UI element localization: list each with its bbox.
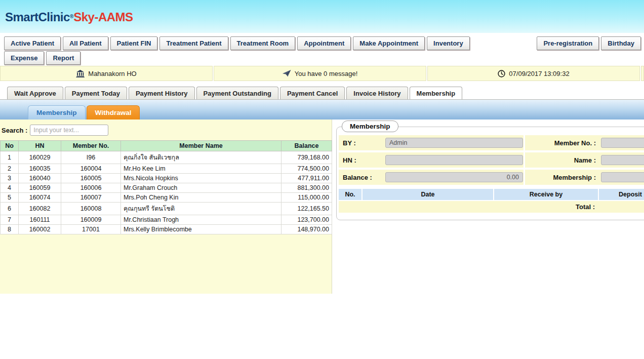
hn-field[interactable] [385,155,523,165]
cell-no: 5 [1,193,19,203]
col-header-no: No [1,141,19,151]
cell-balance: 774,500.00 [281,164,332,174]
members-table: No HN Member No. Member Name Balance 1 1… [0,140,332,234]
info-bar: Mahanakorn HO You have 0 message! 07/09/… [0,66,644,81]
membership-detail-panel: Membership BY : Member No. : HN : Name : [332,119,644,294]
members-table-header-row: No HN Member No. Member Name Balance [1,141,332,151]
bank-building-icon [76,70,85,77]
tab-payment-cancel[interactable]: Payment Cancel [280,87,345,99]
member-no-label: Member No. : [525,139,601,147]
name-field[interactable] [601,155,644,165]
deposit-col-receive-by: Receive by [494,189,598,200]
nav-tab-inventory[interactable]: Inventory [427,36,470,50]
search-input[interactable] [30,125,108,136]
col-header-balance: Balance [281,141,332,151]
cell-balance: 115,000.00 [281,193,332,203]
nav-tab-all-patient[interactable]: All Patient [63,36,108,50]
cell-member-no: 160004 [61,164,121,174]
name-label: Name : [525,156,601,164]
cell-no: 4 [1,183,19,193]
nav-spacer [472,36,535,50]
member-row[interactable]: 2 160035 160004 Mr.Ho Kee Lim 774,500.00 [1,164,332,174]
form-row-balance: Balance : Membership : [339,170,644,185]
membership-field[interactable] [601,172,644,182]
nav-row-2: Expense Report [4,51,641,65]
tab-membership[interactable]: Membership [410,87,463,99]
search-label: Search : [2,127,27,134]
cell-name: Mrs.Poh Cheng Kin [121,193,281,203]
membership-label: Membership : [525,174,601,181]
member-row[interactable]: 8 160002 17001 Mrs.Kelly Brimblecombe 14… [1,225,332,234]
nav-tab-birthday[interactable]: Birthday [601,36,641,50]
cell-name: คุณกุนทรี รัตนโชติ [121,203,281,215]
branch-cell: Mahanakorn HO [0,66,213,81]
member-row[interactable]: 1 160029 I96 คุณกิ่งใจ สันติเวชกุล 739,1… [1,151,332,164]
clock-icon [498,70,505,77]
branch-name: Mahanakorn HO [88,70,136,77]
tab-payment-today[interactable]: Payment Today [65,87,127,99]
brand-name: SmartClinic [5,10,70,24]
subtab-withdrawal[interactable]: Withdrawal [87,105,140,119]
cell-hn: 160029 [19,151,61,164]
nav-tab-expense[interactable]: Expense [4,51,44,65]
member-row[interactable]: 7 160111 160009 Mr.Christiaan Trogh 123,… [1,215,332,225]
col-header-member-no: Member No. [61,141,121,151]
cell-balance: 148,970.00 [281,225,332,234]
tab-payment-history[interactable]: Payment History [129,87,195,99]
message-text: You have 0 message! [295,70,358,77]
cell-balance: 881,300.00 [281,183,332,193]
cell-hn: 160002 [19,225,61,234]
content-area: Search : No HN Member No. Member Name Ba… [0,119,644,294]
datetime-text: 07/09/2017 13:09:32 [509,70,569,77]
subtab-membership[interactable]: Membership [28,105,86,119]
deposit-col-no: No. [339,189,361,200]
col-header-name: Member Name [121,141,281,151]
cell-hn: 160111 [19,215,61,225]
cell-hn: 160040 [19,174,61,183]
member-row[interactable]: 6 160082 160008 คุณกุนทรี รัตนโชติ 122,1… [1,203,332,215]
nav-tab-appointment[interactable]: Appointment [297,36,351,50]
tab-wait-approve[interactable]: Wait Approve [7,87,63,99]
subtab-strip: Membership Withdrawal [0,99,644,119]
tab-invoice-history[interactable]: Invoice History [346,87,408,99]
nav-tab-pre-registration[interactable]: Pre-registration [537,36,599,50]
nav-tab-treatment-patient[interactable]: Treatment Patient [159,36,228,50]
by-label: BY : [339,139,385,147]
cell-member-no: I96 [61,151,121,164]
cell-no: 3 [1,174,19,183]
deposit-col-date: Date [363,189,493,200]
nav-tab-treatment-room[interactable]: Treatment Room [230,36,296,50]
nav-tab-report[interactable]: Report [46,51,80,65]
message-cell[interactable]: You have 0 message! [214,66,426,81]
by-field[interactable] [385,138,523,148]
cell-balance: 477,911.00 [281,174,332,183]
member-row[interactable]: 4 160059 160006 Mr.Graham Crouch 881,300… [1,183,332,193]
groupbox-title: Membership [342,121,398,132]
member-row[interactable]: 3 160040 160005 Mrs.Nicola Hopkins 477,9… [1,174,332,183]
nav-tab-make-appointment[interactable]: Make Appointment [353,36,425,50]
payment-tabs: Wait Approve Payment Today Payment Histo… [0,81,644,99]
app-logo: SmartClinic®Sky-AAMS [5,10,644,24]
cell-no: 7 [1,215,19,225]
cell-name: คุณกิ่งใจ สันติเวชกุล [121,151,281,164]
cell-no: 8 [1,225,19,234]
member-row[interactable]: 5 160074 160007 Mrs.Poh Cheng Kin 115,00… [1,193,332,203]
cell-name: Mr.Ho Kee Lim [121,164,281,174]
cell-member-no: 160008 [61,203,121,215]
cell-member-no: 160009 [61,215,121,225]
cell-member-no: 160007 [61,193,121,203]
cell-member-no: 160005 [61,174,121,183]
deposit-table-header: No. Date Receive by Deposit [339,189,644,200]
form-row-hn: HN : Name : [339,152,644,168]
balance-label: Balance : [339,174,385,181]
tab-payment-outstanding[interactable]: Payment Outstanding [196,87,278,99]
balance-field[interactable] [385,172,523,182]
paper-plane-icon [283,70,291,77]
nav-tab-patient-fin[interactable]: Patient FIN [110,36,158,50]
cell-hn: 160074 [19,193,61,203]
member-no-field[interactable] [601,138,644,148]
cell-member-no: 17001 [61,225,121,234]
datetime-cell: 07/09/2017 13:09:32 [427,66,640,81]
hn-label: HN : [339,156,385,164]
nav-tab-active-patient[interactable]: Active Patient [4,36,61,50]
